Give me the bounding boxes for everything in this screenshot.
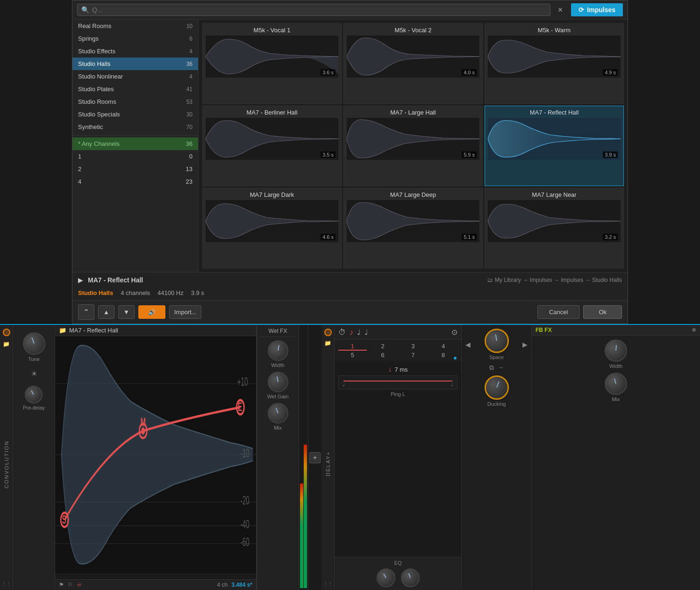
grid-item-6[interactable]: MA7 Large Dark 4.6 s bbox=[202, 188, 342, 268]
category-tag[interactable]: Studio Halls bbox=[78, 289, 113, 296]
eq-knob2[interactable] bbox=[401, 568, 420, 587]
space-left-button[interactable]: ◀ bbox=[465, 341, 471, 348]
next-button[interactable]: ▼ bbox=[118, 305, 135, 319]
wet-gain-knob[interactable] bbox=[268, 372, 288, 392]
predelay-label: Pre-delay bbox=[23, 405, 45, 410]
waveform-2: 4.9 s bbox=[488, 36, 621, 78]
conv-folder-icon[interactable]: 📁 bbox=[3, 341, 10, 347]
ir-flag2-icon[interactable]: ⚐ bbox=[68, 582, 73, 588]
predelay-knob[interactable] bbox=[25, 386, 43, 403]
wet-gain-knob-wrapper: Wet Gain bbox=[260, 372, 296, 399]
grid-item-8[interactable]: MA7 Large Near 3.2 s bbox=[485, 188, 624, 268]
ping-label: Ping L bbox=[338, 391, 457, 397]
info-detail-row: Studio Halls 4 channels 44100 Hz 3.9 s bbox=[72, 288, 628, 300]
arrow-icon[interactable]: → bbox=[498, 364, 504, 372]
sidebar-item-studio-rooms[interactable]: Studio Rooms 53 bbox=[72, 95, 198, 108]
cancel-button[interactable]: Cancel bbox=[537, 305, 579, 319]
impulses-tab[interactable]: ⟳ Impulses bbox=[571, 3, 623, 16]
fb-mix-wrapper: Mix bbox=[605, 373, 627, 402]
grid-item-1[interactable]: M5k - Vocal 2 4.0 s bbox=[343, 23, 483, 104]
library-icon: 🗂 bbox=[487, 277, 493, 283]
ir-loop-icon[interactable]: ♾ bbox=[77, 582, 82, 588]
delay-power-button[interactable] bbox=[324, 329, 332, 336]
delay-cell-3[interactable]: 3 bbox=[399, 343, 428, 350]
grid-item-5[interactable]: MA7 - Reflect Hall bbox=[485, 106, 624, 186]
import-button[interactable]: Import... bbox=[169, 305, 202, 319]
duration-0: 3.6 s bbox=[321, 69, 336, 76]
ir-title: MA7 - Reflect Hall bbox=[69, 327, 118, 334]
collapse-button[interactable]: ⌃ bbox=[78, 304, 94, 320]
grid-item-7[interactable]: MA7 Large Deep 5.1 s bbox=[343, 188, 483, 268]
eq-knobs bbox=[338, 568, 457, 587]
ok-button[interactable]: Ok bbox=[583, 305, 622, 319]
tune-knob[interactable] bbox=[23, 332, 45, 355]
sidebar-item-real-rooms[interactable]: Real Rooms 10 bbox=[72, 20, 198, 32]
delay-cell-6[interactable]: 6 bbox=[369, 352, 397, 359]
predelay-knob-wrapper: Pre-delay bbox=[23, 386, 45, 410]
grid-item-2[interactable]: M5k - Warm 4.9 s bbox=[485, 23, 624, 104]
ir-flag-icon[interactable]: ⚑ bbox=[59, 582, 64, 588]
brightness-icon[interactable]: ☀ bbox=[31, 369, 37, 378]
sidebar-item-synthetic[interactable]: Synthetic 70 bbox=[72, 121, 198, 133]
delay-cell-4[interactable]: 4 bbox=[429, 343, 457, 350]
delay-folder-icon[interactable]: 📁 bbox=[324, 340, 331, 346]
ir-folder-icon[interactable]: 📁 bbox=[59, 327, 66, 334]
sidebar-item-studio-plates[interactable]: Studio Plates 41 bbox=[72, 83, 198, 95]
fb-knobs: Width Mix bbox=[532, 336, 700, 406]
delay-dots-icon[interactable]: ⋮⋮ bbox=[323, 581, 333, 586]
sidebar-channel-4[interactable]: 4 23 bbox=[72, 175, 198, 188]
sidebar-item-studio-specials[interactable]: Studio Specials 30 bbox=[72, 108, 198, 121]
delay-cell-5[interactable]: 5 bbox=[338, 352, 367, 359]
delay-cell-2[interactable]: 2 bbox=[369, 343, 397, 350]
add-button-area: + bbox=[308, 325, 321, 590]
sidebar-channel-2[interactable]: 2 13 bbox=[72, 163, 198, 175]
copy-icon[interactable]: ⧉ bbox=[489, 364, 494, 372]
fb-width-knob[interactable] bbox=[605, 339, 627, 362]
eq-knob1[interactable] bbox=[377, 568, 395, 587]
sidebar-item-studio-nonlinear[interactable]: Studio Nonlinear 4 bbox=[72, 70, 198, 83]
space-knob[interactable] bbox=[485, 329, 509, 353]
sidebar-channel-1[interactable]: 1 0 bbox=[72, 150, 198, 163]
dialog-header: 🔍 × ⟳ Impulses bbox=[72, 0, 628, 20]
delay-cell-7[interactable]: 7 bbox=[399, 352, 428, 359]
delay-time: 7 ms bbox=[394, 366, 407, 373]
sidebar-any-channels[interactable]: * Any Channels 36 bbox=[72, 137, 198, 150]
mix-label: Mix bbox=[274, 425, 282, 431]
prev-button[interactable]: ▲ bbox=[98, 305, 114, 319]
conv-power-button[interactable] bbox=[3, 329, 10, 336]
waveform-0: 3.6 s bbox=[206, 36, 338, 78]
grid-item-title-3: MA7 - Berliner Hall bbox=[246, 109, 297, 116]
svg-text:-40: -40 bbox=[240, 518, 249, 530]
mix-knob[interactable] bbox=[268, 403, 288, 424]
width-knob[interactable] bbox=[268, 340, 288, 361]
grid-item-3[interactable]: MA7 - Berliner Hall 3.5 s bbox=[202, 106, 342, 186]
width-knob-wrapper: Width bbox=[260, 340, 296, 368]
space-right-button[interactable]: ▶ bbox=[522, 341, 528, 348]
search-input[interactable] bbox=[92, 6, 546, 14]
space-panel: ◀ Space ▶ ⧉ → Ducking bbox=[462, 325, 532, 590]
arrow-down-icon: ↓ bbox=[388, 365, 392, 374]
sidebar-item-springs[interactable]: Springs 6 bbox=[72, 32, 198, 45]
search-box[interactable]: 🔍 bbox=[77, 4, 550, 16]
grid-item-0[interactable]: M5k - Vocal 1 bbox=[202, 23, 342, 104]
conv-dots-icon[interactable]: ⋮⋮ bbox=[2, 581, 11, 586]
add-effect-button[interactable]: + bbox=[309, 452, 321, 463]
channel-info: 4 channels bbox=[121, 289, 150, 296]
space-icons: ⧉ → bbox=[465, 364, 528, 372]
play-button[interactable]: ▶ bbox=[78, 276, 83, 284]
sidebar-item-studio-effects[interactable]: Studio Effects 4 bbox=[72, 45, 198, 58]
grid-item-title-7: MA7 Large Deep bbox=[390, 191, 436, 198]
sidebar-item-studio-halls[interactable]: Studio Halls 36 bbox=[72, 58, 198, 70]
delay-display: ↓ 7 ms ♩ ♩ Ping L bbox=[335, 361, 461, 557]
grid-item-4[interactable]: MA7 - Large Hall 5.9 s bbox=[343, 106, 483, 186]
ducking-knob[interactable] bbox=[485, 375, 509, 400]
fb-mix-knob[interactable] bbox=[605, 373, 627, 395]
delay-cell-8[interactable]: 8 bbox=[429, 352, 457, 359]
snowflake-icon[interactable]: ❄ bbox=[692, 327, 696, 333]
speaker-button[interactable]: 🔊 bbox=[138, 305, 165, 319]
loop-icons: ⊙ bbox=[451, 328, 457, 337]
svg-text:S: S bbox=[62, 513, 66, 525]
close-button[interactable]: × bbox=[554, 4, 567, 16]
waveform-4: 5.9 s bbox=[347, 118, 479, 160]
delay-cell-1[interactable]: 1 bbox=[338, 343, 367, 350]
